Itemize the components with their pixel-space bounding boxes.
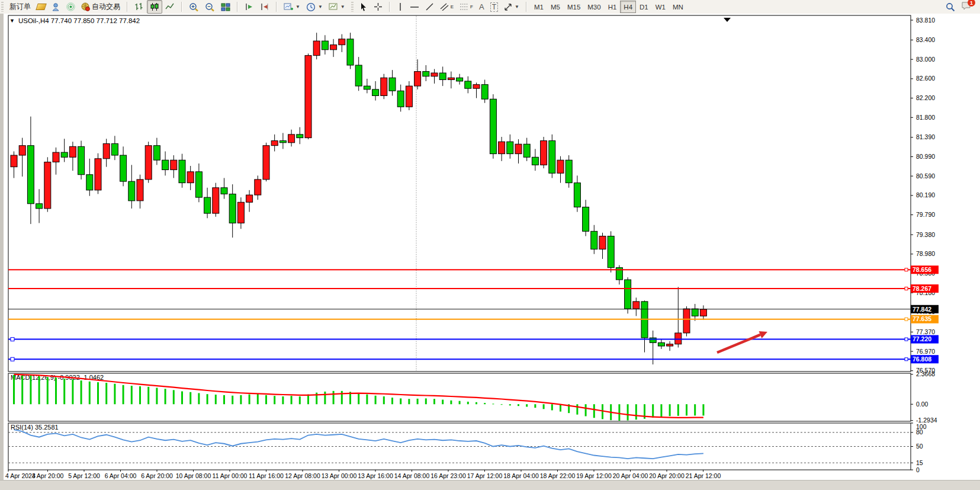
timeframe-button-m15[interactable]: M15 — [564, 1, 584, 13]
macd-histogram-bar — [324, 392, 326, 404]
price-line-value: 77.842 — [912, 306, 931, 313]
macd-histogram-bar — [383, 396, 385, 404]
line-handle[interactable] — [905, 318, 908, 321]
period-clock-button[interactable]: ▼ — [303, 0, 326, 14]
search-icon[interactable] — [946, 2, 955, 12]
ohlc-bars-icon — [134, 2, 144, 11]
macd-histogram-bar — [585, 404, 587, 416]
auto-trading-button[interactable]: 自动交易 — [78, 0, 123, 14]
equidistant-channel-icon — [440, 3, 449, 11]
price-axis-tick: 80.990 — [916, 153, 935, 160]
price-axis-tick: 79.380 — [916, 231, 935, 238]
trendline-tool-button[interactable] — [422, 0, 437, 14]
channel-letter: E — [451, 4, 454, 9]
crosshair-tool-button[interactable] — [371, 0, 385, 14]
toolbar-grip[interactable] — [351, 2, 354, 12]
price-line-value: 77.635 — [912, 315, 931, 322]
signal-icon — [66, 2, 75, 11]
macd-histogram-bar — [47, 377, 49, 404]
new-chart-button[interactable]: ▼ — [281, 0, 303, 14]
gold-bars-icon[interactable] — [34, 0, 49, 14]
chart-canvas[interactable]: 83.81083.40083.00082.60082.20081.80081.3… — [4, 14, 980, 480]
macd-axis-tick: 2.3668 — [916, 370, 935, 377]
macd-histogram-bar — [400, 398, 401, 404]
macd-histogram-bar — [551, 404, 553, 410]
vertical-line-icon — [397, 2, 404, 11]
notifications-button[interactable]: 1 — [961, 1, 972, 12]
zoom-in-button[interactable] — [186, 0, 202, 14]
macd-histogram-bar — [509, 404, 511, 405]
channel-tool-button[interactable]: E — [437, 0, 457, 14]
macd-histogram-bar — [156, 388, 158, 405]
new-order-button[interactable]: 新订单 — [7, 0, 34, 14]
macd-histogram-bar — [686, 404, 687, 415]
macd-axis-tick: 0.00 — [916, 401, 928, 408]
signal-button[interactable] — [63, 0, 78, 14]
macd-histogram-bar — [593, 404, 595, 418]
timeframe-button-w1[interactable]: W1 — [652, 1, 669, 13]
timeframe-button-d1[interactable]: D1 — [636, 1, 652, 13]
vertical-line-tool-button[interactable] — [394, 0, 407, 14]
price-line-value: 78.267 — [912, 285, 931, 292]
horizontal-line-tool-button[interactable] — [407, 0, 422, 14]
data-window-button[interactable] — [49, 0, 63, 14]
line-handle[interactable] — [905, 268, 908, 271]
price-axis-tick: 80.190 — [916, 191, 935, 198]
price-axis-tick: 82.200 — [916, 94, 935, 101]
chart-shift-button[interactable] — [257, 0, 272, 14]
line-handle[interactable] — [11, 357, 14, 361]
price-axis-tick: 77.370 — [916, 328, 935, 335]
auto-scroll-button[interactable] — [242, 0, 257, 14]
price-axis-tick: 83.400 — [916, 36, 935, 43]
price-line-value: 77.220 — [912, 335, 931, 342]
arrows-tool-button[interactable]: ▼ — [501, 0, 522, 14]
macd-histogram-bar — [534, 404, 536, 408]
macd-histogram-bar — [257, 394, 259, 404]
candlestick-chart-type-button[interactable] — [147, 0, 162, 14]
horizontal-line-icon — [410, 2, 419, 11]
macd-histogram-bar — [526, 404, 528, 406]
macd-histogram-bar — [333, 391, 335, 404]
time-axis-label: 4 Apr 20:00 — [32, 472, 64, 479]
cursor-tool-button[interactable] — [356, 0, 371, 14]
timeframe-toolbar: M1M5M15M30H1H4D1W1MN — [529, 0, 689, 14]
text-label-tool-button[interactable]: T — [487, 0, 501, 14]
price-axis-tick: 80.590 — [916, 172, 935, 180]
line-handle[interactable] — [905, 287, 908, 290]
macd-histogram-bar — [576, 404, 578, 414]
text-tool-button[interactable]: A — [476, 0, 487, 14]
timeframe-button-m30[interactable]: M30 — [584, 1, 604, 13]
macd-histogram-bar — [97, 382, 99, 404]
price-axis-tick: 83.810 — [916, 17, 935, 24]
line-handle[interactable] — [905, 338, 908, 341]
timeframe-button-h4[interactable]: H4 — [620, 1, 636, 13]
time-axis-label: 21 Apr 12:00 — [686, 472, 721, 479]
zoom-in-icon — [189, 2, 199, 12]
rsi-axis-tick: 0 — [916, 466, 920, 473]
cursor-icon — [359, 2, 368, 11]
macd-histogram-bar — [425, 398, 427, 404]
main-toolbar: 新订单 — [0, 0, 980, 14]
timeframe-button-mn[interactable]: MN — [669, 1, 687, 13]
timeframe-button-h1[interactable]: H1 — [605, 1, 621, 13]
line-handle[interactable] — [11, 338, 14, 341]
rsi-label: RSI(14) 35.2581 — [11, 424, 59, 431]
chart-template-button[interactable]: ▼ — [326, 0, 348, 14]
line-chart-type-button[interactable] — [162, 0, 178, 14]
bar-chart-type-button[interactable] — [131, 0, 147, 14]
symbol-dropdown-icon[interactable]: ▼ — [9, 18, 15, 24]
macd-histogram-bar — [652, 404, 654, 418]
tile-windows-button[interactable] — [218, 0, 233, 14]
line-handle[interactable] — [905, 358, 908, 361]
timeframe-button-m1[interactable]: M1 — [531, 1, 547, 13]
macd-histogram-bar — [627, 404, 629, 420]
price-pane[interactable] — [8, 15, 911, 371]
macd-histogram-bar — [501, 404, 503, 405]
dropdown-arrow-icon: ▼ — [340, 4, 345, 9]
fibonacci-tool-button[interactable]: F — [457, 0, 476, 14]
macd-histogram-bar — [189, 392, 191, 404]
zoom-out-button[interactable] — [202, 0, 218, 14]
zoom-out-icon — [205, 2, 215, 12]
toolbar-grip[interactable] — [1, 2, 4, 12]
timeframe-button-m5[interactable]: M5 — [547, 1, 564, 13]
